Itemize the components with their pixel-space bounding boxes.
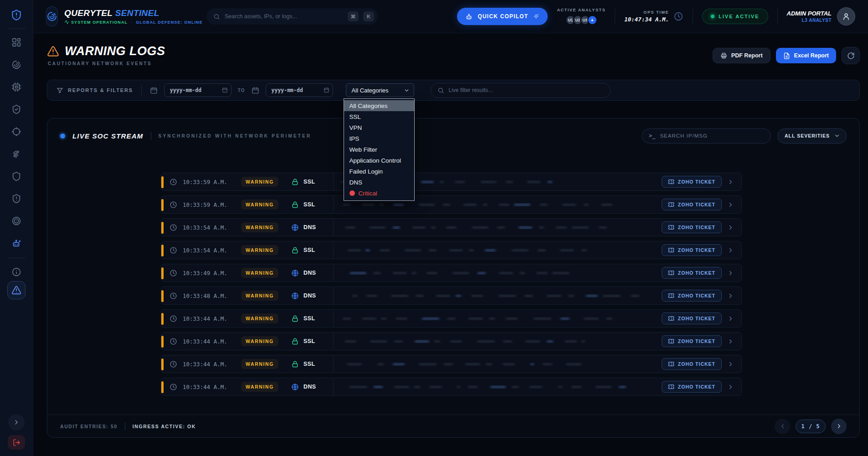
log-row[interactable]: 10:33:49 A.M. WARNING DNS ZOHO TICKET (161, 264, 742, 282)
dropdown-option[interactable]: VPN (344, 122, 414, 133)
sidebar-item-system cpu-icon[interactable] (7, 78, 26, 96)
log-row[interactable]: 10:33:44 A.M. WARNING DNS ZOHO TICKET (161, 378, 742, 396)
sidebar-item-warning-logs warning-triangle-icon[interactable] (7, 281, 26, 299)
pagination: 1 / 5 (775, 419, 847, 434)
log-row[interactable]: 10:33:44 A.M. WARNING SSL ZOHO TICKET (161, 332, 742, 350)
log-row[interactable]: 10:33:59 A.M. WARNING SSL ZOHO TICKET (161, 173, 742, 191)
chevron-right-icon[interactable] (727, 179, 734, 185)
dropdown-option[interactable]: All Categories (344, 100, 414, 111)
chevron-right-icon[interactable] (727, 315, 734, 322)
sidebar-item-dashboard dashboard-grid-icon[interactable] (7, 33, 26, 51)
stream-search-input[interactable] (660, 133, 764, 138)
date-to-input[interactable] (266, 83, 333, 97)
sidebar-item-info info-icon[interactable] (7, 263, 26, 281)
date-from-input[interactable] (164, 83, 231, 97)
add-analyst-button[interactable]: + (587, 15, 597, 25)
log-category-name: DNS (303, 384, 316, 390)
dropdown-option[interactable]: SSL (344, 111, 414, 122)
sidebar-item-radar radar-icon[interactable] (7, 56, 26, 74)
stream-search[interactable]: >_ (642, 128, 771, 143)
zoho-ticket-button[interactable]: ZOHO TICKET (662, 176, 722, 188)
zoho-ticket-button[interactable]: ZOHO TICKET (662, 290, 722, 302)
sidebar-item-identity fingerprint-icon[interactable] (7, 145, 26, 163)
chevron-right-icon[interactable] (727, 201, 734, 208)
ticket-icon (668, 247, 674, 253)
row-divider (333, 287, 334, 305)
topbar-right: QUICK COPILOT ACTIVE ANALYSTS U1U2U3+ OP… (457, 7, 855, 26)
zoho-ticket-button[interactable]: ZOHO TICKET (662, 244, 722, 256)
chevron-right-icon[interactable] (727, 224, 734, 231)
zoho-ticket-button[interactable]: ZOHO TICKET (662, 221, 722, 233)
chevron-right-icon[interactable] (727, 270, 734, 277)
chevron-right-icon[interactable] (727, 384, 734, 390)
page-content: WARNING LOGS CAUTIONARY NETWORK EVENTS P… (33, 33, 868, 456)
log-timestamp: 10:33:54 A.M. (183, 224, 234, 231)
excel-report-button[interactable]: Excel Report (776, 48, 836, 63)
sidebar-collapse-button chevron-right-icon[interactable] (8, 414, 25, 430)
row-divider (333, 355, 334, 373)
severity-select[interactable]: ALL SEVERITIES (777, 128, 847, 143)
pdf-report-button[interactable]: PDF Report (713, 48, 770, 63)
ticket-icon (668, 315, 674, 322)
printer-icon (720, 52, 727, 59)
chevron-right-icon[interactable] (727, 361, 734, 368)
global-search-input[interactable] (225, 13, 343, 20)
zoho-ticket-button[interactable]: ZOHO TICKET (662, 381, 722, 393)
log-timestamp: 10:33:59 A.M. (183, 179, 234, 185)
dropdown-option[interactable]: Web Filter (344, 144, 414, 155)
log-row[interactable]: 10:33:54 A.M. WARNING DNS ZOHO TICKET (161, 218, 742, 236)
category-select[interactable]: All Categories (346, 83, 414, 97)
log-row[interactable]: 10:33:59 A.M. WARNING SSL ZOHO TICKET (161, 195, 742, 214)
live-filter-input[interactable] (449, 87, 604, 93)
dropdown-option-critical[interactable]: Critical (344, 188, 414, 199)
analyst-avatars: U1U2U3+ (565, 15, 597, 25)
logout-button logout-icon[interactable] (8, 435, 25, 450)
sidebar-item-monitoring target-icon[interactable] (7, 212, 26, 230)
sidebar-nav (7, 33, 26, 252)
stream-dot-icon (60, 133, 65, 138)
user-avatar person-icon[interactable] (837, 7, 855, 26)
chevron-right-icon[interactable] (727, 338, 734, 345)
dropdown-option[interactable]: Failed Login (344, 166, 414, 177)
lock-icon (291, 178, 299, 186)
top-bar: QUERYTEL SENTINEL SYSTEM OPERATIONAL · G… (33, 0, 868, 33)
status-divider: · (131, 20, 133, 25)
log-row[interactable]: 10:33:54 A.M. WARNING SSL ZOHO TICKET (161, 241, 742, 259)
brand-name: QUERYTEL SENTINEL (64, 8, 203, 18)
sidebar-item-shield shield-icon[interactable] (7, 167, 26, 185)
audit-entries-label: AUDIT ENTRIES: 50 (60, 424, 118, 429)
stream-title: LIVE SOC STREAM (72, 132, 144, 140)
sidebar-item-copilot robot-icon[interactable] (7, 234, 26, 252)
zoho-ticket-button[interactable]: ZOHO TICKET (662, 358, 722, 370)
dropdown-option[interactable]: Application Control (344, 155, 414, 166)
sidebar-item-network globe-crosshair-icon[interactable] (7, 123, 26, 141)
kbd-command: ⌘ (348, 11, 359, 21)
zoho-ticket-button[interactable]: ZOHO TICKET (662, 313, 722, 324)
zoho-ticket-button[interactable]: ZOHO TICKET (662, 199, 722, 210)
page-next-button chevron-right-icon[interactable] (831, 419, 847, 434)
sidebar-item-compliance shield-check-icon[interactable] (7, 100, 26, 118)
row-divider (333, 378, 334, 396)
dropdown-option[interactable]: DNS (344, 177, 414, 188)
brand-primary: QUERYTEL (64, 8, 113, 18)
kbd-k: K (363, 11, 374, 21)
log-row[interactable]: 10:33:44 A.M. WARNING SSL ZOHO TICKET (161, 309, 742, 328)
live-filter-search[interactable] (431, 83, 611, 98)
page-prev-button chevron-left-icon[interactable] (775, 419, 790, 434)
sidebar-divider (7, 28, 26, 29)
chevron-right-icon[interactable] (727, 247, 734, 254)
log-row[interactable]: 10:33:44 A.M. WARNING SSL ZOHO TICKET (161, 355, 742, 373)
user-block[interactable]: ADMIN PORTAL L3 ANALYST (787, 7, 855, 26)
calendar-icon[interactable] (324, 87, 329, 93)
refresh-button refresh-icon[interactable] (842, 47, 860, 64)
chevron-right-icon[interactable] (727, 292, 734, 299)
zoho-ticket-button[interactable]: ZOHO TICKET (662, 267, 722, 279)
dropdown-option[interactable]: IPS (344, 133, 414, 144)
zoho-ticket-button[interactable]: ZOHO TICKET (662, 335, 722, 347)
funnel-icon (56, 87, 63, 94)
global-search[interactable]: ⌘ K (206, 8, 378, 25)
sidebar-item-alerts shield-alert-icon[interactable] (7, 190, 26, 208)
quick-copilot-button[interactable]: QUICK COPILOT (457, 8, 548, 25)
calendar-icon[interactable] (222, 87, 228, 93)
log-row[interactable]: 10:33:48 A.M. WARNING DNS ZOHO TICKET (161, 287, 742, 305)
